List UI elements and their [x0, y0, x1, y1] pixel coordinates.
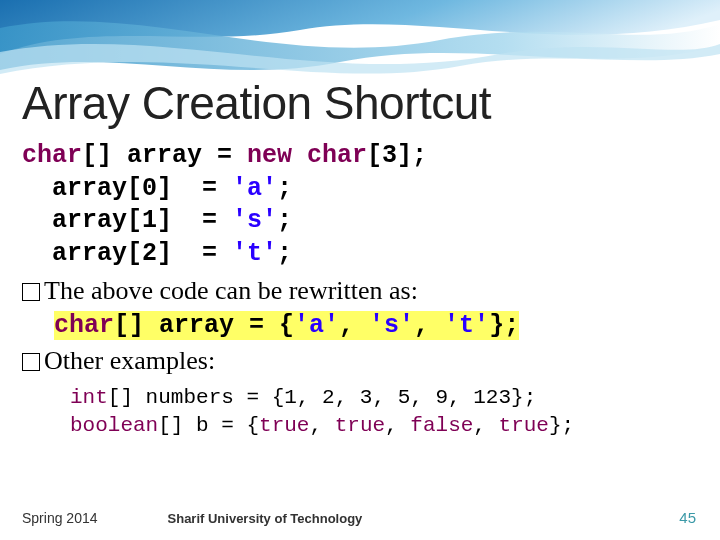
code-shortcut: char[] array = {'a', 's', 't'}; [54, 310, 698, 343]
kw-new: new [247, 141, 292, 170]
slide-content: Array Creation Shortcut char[] array = n… [0, 0, 720, 441]
kw-char-2: char [307, 141, 367, 170]
char-a: 'a' [232, 174, 277, 203]
text-other-examples: Other examples: [22, 344, 698, 378]
kw-char-3: char [54, 311, 114, 340]
code-block-declaration: char[] array = new char[3]; array[0] = '… [22, 140, 698, 270]
slide-footer: Spring 2014 Sharif University of Technol… [0, 509, 720, 526]
char-t: 't' [232, 239, 277, 268]
slide-title: Array Creation Shortcut [22, 76, 698, 130]
footer-university: Sharif University of Technology [98, 511, 680, 526]
kw-char: char [22, 141, 82, 170]
bullet-icon [22, 283, 40, 301]
text-rewritten: The above code can be rewritten as: [22, 274, 698, 308]
code-examples: int[] numbers = {1, 2, 3, 5, 9, 123}; bo… [70, 384, 698, 441]
char-s: 's' [232, 206, 277, 235]
footer-term: Spring 2014 [0, 510, 98, 526]
kw-boolean: boolean [70, 414, 158, 437]
footer-page-number: 45 [679, 509, 720, 526]
kw-int: int [70, 386, 108, 409]
bullet-icon [22, 353, 40, 371]
